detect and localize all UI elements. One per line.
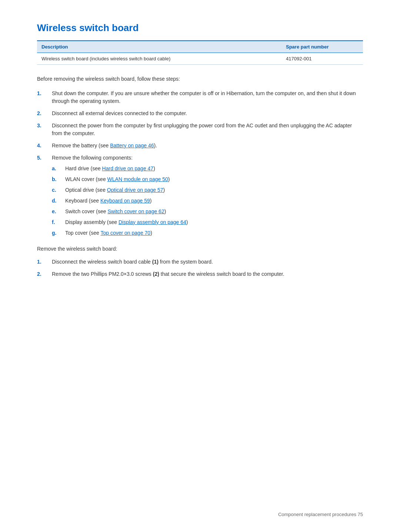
remove-steps-list: 1. Disconnect the wireless switch board …: [37, 258, 363, 278]
optical-drive-link[interactable]: Optical drive on page 57: [107, 187, 163, 193]
table-row: Wireless switch board (includes wireless…: [37, 53, 363, 65]
remove-step-number-1: 1.: [37, 258, 52, 266]
sub-item-f: f. Display assembly (see Display assembl…: [52, 218, 363, 226]
list-item-3: 3. Disconnect the power from the compute…: [37, 122, 363, 137]
sub-letter-f: f.: [52, 218, 65, 226]
sub-item-e: e. Switch cover (see Switch cover on pag…: [52, 208, 363, 215]
table-cell-description: Wireless switch board (includes wireless…: [37, 53, 281, 65]
remove-step-content-1: Disconnect the wireless switch board cab…: [52, 258, 363, 266]
sub-content-g: Top cover (see Top cover on page 70): [65, 229, 363, 237]
step-content-5: Remove the following components: a. Hard…: [52, 154, 363, 240]
step4-text-after: ).: [154, 143, 157, 148]
top-cover-link[interactable]: Top cover on page 70: [100, 230, 150, 236]
sub-letter-d: d.: [52, 197, 65, 205]
battery-link[interactable]: Battery on page 46: [110, 143, 154, 148]
sub-item-d: d. Keyboard (see Keyboard on page 59): [52, 197, 363, 205]
list-item-1: 1. Shut down the computer. If you are un…: [37, 90, 363, 105]
remove-step-1: 1. Disconnect the wireless switch board …: [37, 258, 363, 266]
remove-step-content-2: Remove the two Phillips PM2.0×3.0 screws…: [52, 270, 363, 278]
col2-header: Spare part number: [281, 41, 363, 53]
step-number-3: 3.: [37, 122, 52, 137]
sub-letter-b: b.: [52, 175, 65, 183]
sub-content-c: Optical drive (see Optical drive on page…: [65, 186, 363, 194]
sub-letter-e: e.: [52, 208, 65, 215]
sub-letter-a: a.: [52, 165, 65, 173]
step-content-2: Disconnect all external devices connecte…: [52, 110, 363, 117]
table-cell-part-number: 417092-001: [281, 53, 363, 65]
remove-step-2: 2. Remove the two Phillips PM2.0×3.0 scr…: [37, 270, 363, 278]
sub-content-d: Keyboard (see Keyboard on page 59): [65, 197, 363, 205]
sub-content-e: Switch cover (see Switch cover on page 6…: [65, 208, 363, 215]
step4-text-before: Remove the battery (see: [52, 143, 110, 148]
sub-item-g: g. Top cover (see Top cover on page 70): [52, 229, 363, 237]
list-item-4: 4. Remove the battery (see Battery on pa…: [37, 142, 363, 150]
display-assembly-link[interactable]: Display assembly on page 64: [119, 219, 186, 225]
sub-letter-g: g.: [52, 229, 65, 237]
list-item-5: 5. Remove the following components: a. H…: [37, 154, 363, 240]
sub-items-list: a. Hard drive (see Hard drive on page 47…: [52, 165, 363, 237]
sub-content-b: WLAN cover (see WLAN module on page 50): [65, 175, 363, 183]
sub-content-a: Hard drive (see Hard drive on page 47): [65, 165, 363, 173]
list-item-2: 2. Disconnect all external devices conne…: [37, 110, 363, 117]
parts-table: Description Spare part number Wireless s…: [37, 40, 363, 65]
intro-text: Before removing the wireless switch boar…: [37, 75, 363, 83]
step-number-1: 1.: [37, 90, 52, 105]
switch-cover-link[interactable]: Switch cover on page 62: [107, 208, 164, 214]
step-content-1: Shut down the computer. If you are unsur…: [52, 90, 363, 105]
remove-intro-text: Remove the wireless switch board:: [37, 245, 363, 253]
step-number-2: 2.: [37, 110, 52, 117]
sub-letter-c: c.: [52, 186, 65, 194]
col1-header: Description: [37, 41, 281, 53]
remove-step1-bold: (1): [152, 259, 159, 265]
step-content-3: Disconnect the power from the computer b…: [52, 122, 363, 137]
step-number-5: 5.: [37, 154, 52, 240]
step5-text: Remove the following components:: [52, 155, 133, 161]
steps-list: 1. Shut down the computer. If you are un…: [37, 90, 363, 240]
wlan-link[interactable]: WLAN module on page 50: [107, 176, 168, 182]
page-footer: Component replacement procedures 75: [278, 512, 363, 517]
step-content-4: Remove the battery (see Battery on page …: [52, 142, 363, 150]
sub-item-c: c. Optical drive (see Optical drive on p…: [52, 186, 363, 194]
remove-step2-bold: (2): [153, 271, 159, 277]
keyboard-link[interactable]: Keyboard on page 59: [100, 198, 150, 204]
hard-drive-link[interactable]: Hard drive on page 47: [102, 165, 154, 171]
sub-item-a: a. Hard drive (see Hard drive on page 47…: [52, 165, 363, 173]
sub-item-b: b. WLAN cover (see WLAN module on page 5…: [52, 175, 363, 183]
step-number-4: 4.: [37, 142, 52, 150]
remove-step-number-2: 2.: [37, 270, 52, 278]
page-title: Wireless switch board: [37, 22, 363, 34]
sub-content-f: Display assembly (see Display assembly o…: [65, 218, 363, 226]
